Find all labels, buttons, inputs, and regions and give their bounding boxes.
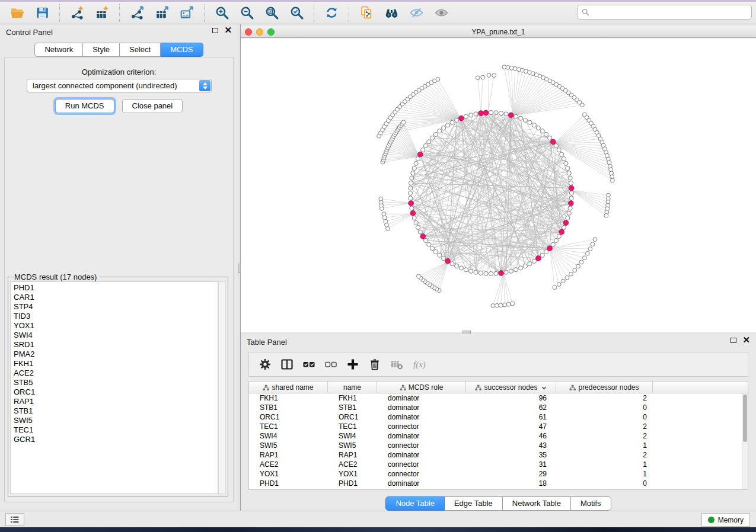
mcds-result-item[interactable]: SWI5 — [14, 416, 218, 425]
table-row[interactable]: ACE2ACE2connector311 — [249, 460, 742, 469]
export-network-button[interactable] — [128, 4, 146, 22]
column-header-predecessor-nodes[interactable]: predecessor nodes — [556, 382, 653, 393]
delete-columns-button[interactable] — [365, 355, 385, 374]
network-node[interactable] — [408, 191, 412, 195]
cell-MCDS-role[interactable]: dominator — [377, 412, 466, 422]
tab-style[interactable]: Style — [83, 43, 120, 57]
network-node[interactable] — [562, 157, 566, 161]
network-node[interactable] — [519, 266, 523, 270]
cell-predecessor-nodes[interactable]: 0 — [556, 403, 653, 412]
network-node[interactable] — [469, 113, 473, 117]
network-hub-node[interactable] — [483, 110, 489, 116]
network-hub-node[interactable] — [569, 201, 574, 206]
mcds-result-item[interactable]: FKH1 — [14, 359, 218, 368]
network-satellite-node[interactable] — [495, 303, 499, 307]
mcds-result-item[interactable]: ORC1 — [14, 387, 218, 397]
show-hide-columns-button[interactable] — [277, 355, 297, 374]
network-node[interactable] — [412, 216, 416, 220]
network-node[interactable] — [455, 264, 459, 268]
column-header-shared-name[interactable]: shared name — [249, 382, 328, 393]
network-satellite-node[interactable] — [588, 247, 592, 251]
network-satellite-node[interactable] — [553, 286, 557, 290]
network-hub-node[interactable] — [409, 201, 414, 206]
network-node[interactable] — [412, 166, 416, 170]
table-row[interactable]: TEC1TEC1connector472 — [249, 422, 742, 431]
memory-button[interactable]: Memory — [701, 513, 750, 527]
mcds-result-item[interactable]: YOX1 — [14, 321, 218, 331]
cell-successor-nodes[interactable]: 35 — [466, 450, 556, 460]
open-file-button[interactable] — [8, 4, 26, 22]
cell-name[interactable]: FKH1 — [328, 393, 377, 403]
close-panel-button[interactable]: Close panel — [122, 99, 183, 113]
cell-MCDS-role[interactable]: dominator — [377, 450, 466, 460]
network-satellite-node[interactable] — [436, 78, 440, 82]
cell-predecessor-nodes[interactable]: 0 — [556, 412, 653, 422]
network-node[interactable] — [414, 221, 418, 225]
network-satellite-node[interactable] — [604, 213, 608, 217]
network-satellite-node[interactable] — [476, 76, 480, 80]
network-satellite-node[interactable] — [576, 264, 580, 268]
network-node[interactable] — [504, 270, 508, 274]
cell-shared-name[interactable]: FKH1 — [249, 393, 328, 403]
float-panel-icon[interactable] — [731, 338, 736, 343]
save-session-button[interactable] — [33, 4, 51, 22]
network-satellite-node[interactable] — [506, 66, 510, 70]
cell-successor-nodes[interactable]: 96 — [466, 393, 556, 403]
select-all-checkboxes-button[interactable] — [299, 355, 319, 374]
network-satellite-node[interactable] — [492, 73, 496, 78]
cell-MCDS-role[interactable]: dominator — [377, 479, 466, 488]
table-scrollbar[interactable] — [742, 393, 748, 489]
network-satellite-node[interactable] — [481, 75, 485, 79]
network-node[interactable] — [474, 112, 478, 116]
network-satellite-node[interactable] — [593, 238, 597, 242]
cell-successor-nodes[interactable]: 43 — [466, 441, 556, 450]
mcds-result-item[interactable]: ACE2 — [14, 368, 218, 378]
tab-motifs[interactable]: Motifs — [571, 496, 611, 511]
table-scrollbar-thumb[interactable] — [743, 395, 747, 442]
cell-MCDS-role[interactable]: dominator — [377, 431, 466, 441]
column-header-MCDS-role[interactable]: MCDS role — [377, 382, 466, 393]
table-row[interactable]: SWI5SWI5connector431 — [249, 441, 742, 450]
new-network-from-selection-button[interactable] — [358, 4, 375, 22]
table-row[interactable]: PHD1PHD1dominator180 — [249, 479, 742, 488]
network-node[interactable] — [410, 206, 414, 210]
network-hub-node[interactable] — [479, 111, 484, 116]
network-hub-node[interactable] — [563, 220, 569, 226]
network-node[interactable] — [564, 161, 568, 165]
network-node[interactable] — [411, 171, 415, 175]
cell-name[interactable]: ORC1 — [328, 412, 377, 422]
mcds-result-item[interactable]: PMA2 — [14, 350, 218, 359]
cell-name[interactable]: SWI5 — [328, 441, 377, 450]
network-satellite-node[interactable] — [511, 302, 515, 306]
mcds-result-item[interactable]: STB1 — [14, 406, 218, 416]
network-node[interactable] — [540, 253, 544, 257]
show-panels-button[interactable] — [5, 513, 24, 526]
network-node[interactable] — [567, 211, 571, 215]
tab-edge-table[interactable]: Edge Table — [445, 496, 503, 511]
column-header-successor-nodes[interactable]: successor nodes — [466, 382, 556, 393]
float-panel-icon[interactable] — [212, 28, 218, 33]
network-node[interactable] — [421, 148, 425, 152]
cell-successor-nodes[interactable]: 46 — [466, 431, 556, 441]
network-node[interactable] — [566, 166, 570, 170]
network-node[interactable] — [560, 152, 564, 156]
cell-predecessor-nodes[interactable]: 1 — [556, 469, 653, 479]
cell-MCDS-role[interactable]: connector — [377, 469, 466, 479]
network-node[interactable] — [509, 269, 513, 273]
network-node[interactable] — [562, 225, 566, 229]
tab-network[interactable]: Network — [34, 43, 83, 57]
export-image-button[interactable] — [178, 4, 196, 22]
network-node[interactable] — [430, 136, 434, 140]
cell-shared-name[interactable]: SWI5 — [249, 441, 328, 450]
zoom-selected-button[interactable] — [288, 4, 305, 22]
network-satellite-node[interactable] — [379, 197, 383, 201]
network-satellite-node[interactable] — [506, 302, 511, 306]
network-node[interactable] — [410, 176, 414, 180]
network-node[interactable] — [513, 114, 518, 118]
network-hub-node[interactable] — [410, 211, 416, 216]
network-satellite-node[interactable] — [565, 275, 569, 280]
create-new-column-button[interactable] — [343, 355, 363, 374]
network-node[interactable] — [479, 271, 483, 275]
zoom-in-button[interactable] — [213, 4, 231, 22]
hide-selected-button[interactable] — [407, 4, 425, 22]
